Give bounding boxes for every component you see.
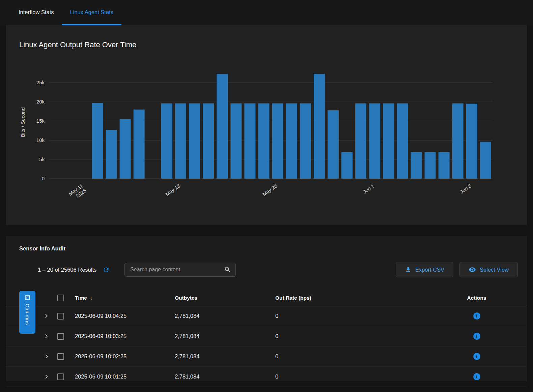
row-outbytes: 2,781,084	[175, 333, 275, 339]
section-title: Sensor Info Audit	[6, 245, 527, 252]
results-count: 1 – 20 of 25606 Results	[38, 266, 110, 273]
row-out-rate: 0	[275, 373, 433, 380]
row-out-rate: 0	[275, 353, 433, 360]
column-header-time[interactable]: Time ↓	[75, 295, 175, 301]
row-time: 2025-06-09 10:01:25	[75, 373, 175, 380]
table-row: 2025-06-09 10:04:252,781,0840i	[6, 306, 527, 326]
export-csv-label: Export CSV	[415, 267, 444, 273]
results-count-text: 1 – 20 of 25606 Results	[38, 267, 96, 273]
tab-bar: Interflow Stats Linux Agent Stats	[0, 0, 533, 25]
svg-text:Bits / Second: Bits / Second	[20, 107, 26, 137]
row-outbytes: 2,781,084	[175, 373, 275, 380]
output-rate-bar-chart: 05k10k15k20k25kMay 112025May 18May 25Jun…	[19, 54, 527, 215]
row-out-rate: 0	[275, 333, 433, 339]
refresh-icon	[103, 266, 110, 273]
columns-button[interactable]: Columns	[19, 291, 35, 334]
info-icon[interactable]: i	[473, 373, 480, 380]
eye-icon	[469, 266, 476, 273]
column-header-outbytes-label: Outbytes	[175, 295, 197, 301]
info-icon[interactable]: i	[473, 333, 480, 340]
chevron-right-icon	[44, 374, 49, 379]
svg-text:25k: 25k	[36, 80, 45, 85]
column-header-out-rate[interactable]: Out Rate (bps)	[275, 295, 433, 301]
row-time: 2025-06-09 10:03:25	[75, 333, 175, 339]
tab-interflow-stats[interactable]: Interflow Stats	[10, 0, 62, 25]
chevron-right-icon	[44, 354, 49, 359]
row-outbytes: 2,781,084	[175, 353, 275, 360]
columns-button-label: Columns	[25, 304, 30, 325]
sensor-info-audit-panel: Sensor Info Audit 1 – 20 of 25606 Result…	[6, 236, 527, 381]
row-outbytes: 2,781,084	[175, 313, 275, 319]
svg-text:0: 0	[42, 176, 45, 181]
chart-title: Linux Agent Output Rate Over Time	[19, 40, 527, 49]
table-body: 2025-06-09 10:04:252,781,0840i2025-06-09…	[6, 306, 527, 387]
row-checkbox[interactable]	[57, 373, 64, 380]
chevron-right-icon	[44, 313, 49, 319]
chart-panel: Linux Agent Output Rate Over Time 05k10k…	[6, 25, 527, 225]
row-checkbox[interactable]	[57, 353, 64, 360]
column-header-outbytes[interactable]: Outbytes	[175, 295, 275, 301]
svg-text:May 25: May 25	[261, 183, 278, 197]
column-header-time-label: Time	[75, 295, 87, 301]
row-time: 2025-06-09 10:02:25	[75, 353, 175, 360]
search-icon[interactable]	[224, 266, 231, 273]
table-row: 2025-06-09 10:01:252,781,0840i	[6, 367, 527, 387]
tab-linux-agent-stats[interactable]: Linux Agent Stats	[62, 0, 121, 25]
svg-text:May 18: May 18	[164, 183, 181, 197]
table-row: 2025-06-09 10:03:252,781,0840i	[6, 326, 527, 346]
select-view-button[interactable]: Select View	[459, 262, 518, 277]
chevron-right-icon	[44, 334, 49, 339]
export-csv-button[interactable]: Export CSV	[396, 262, 453, 277]
table-toolbar: 1 – 20 of 25606 Results Export CSV Selec…	[6, 262, 527, 277]
info-icon[interactable]: i	[473, 353, 480, 360]
refresh-button[interactable]	[103, 266, 110, 273]
svg-text:Jun 8: Jun 8	[459, 183, 472, 195]
column-header-out-rate-label: Out Rate (bps)	[275, 295, 311, 301]
row-expand-button[interactable]	[44, 354, 49, 359]
row-checkbox[interactable]	[57, 313, 64, 320]
column-header-actions-label: Actions	[467, 295, 486, 301]
download-icon	[405, 266, 412, 273]
row-expand-button[interactable]	[44, 313, 49, 319]
svg-text:10k: 10k	[36, 137, 45, 143]
row-expand-button[interactable]	[44, 374, 49, 379]
search-box[interactable]	[124, 263, 236, 277]
table-row: 2025-06-09 10:02:252,781,0840i	[6, 346, 527, 367]
toolbar-actions: Export CSV Select View	[396, 262, 518, 277]
svg-text:15k: 15k	[36, 118, 45, 124]
select-view-label: Select View	[480, 267, 509, 273]
sort-desc-icon: ↓	[90, 295, 92, 301]
info-icon[interactable]: i	[473, 312, 480, 320]
svg-text:Jun 1: Jun 1	[362, 183, 375, 195]
tab-interflow-stats-label: Interflow Stats	[19, 9, 54, 16]
column-header-actions: Actions	[433, 295, 520, 301]
svg-text:20k: 20k	[36, 99, 45, 104]
table-header-row: Time ↓ Outbytes Out Rate (bps) Actions	[6, 290, 527, 306]
row-checkbox[interactable]	[57, 333, 64, 340]
table-grid-icon	[24, 295, 30, 301]
select-all-checkbox[interactable]	[57, 295, 64, 301]
tab-linux-agent-stats-label: Linux Agent Stats	[70, 9, 113, 16]
row-expand-button[interactable]	[44, 334, 49, 339]
svg-text:5k: 5k	[39, 156, 45, 162]
row-time: 2025-06-09 10:04:25	[75, 313, 175, 319]
row-out-rate: 0	[275, 313, 433, 319]
search-input[interactable]	[130, 267, 224, 273]
